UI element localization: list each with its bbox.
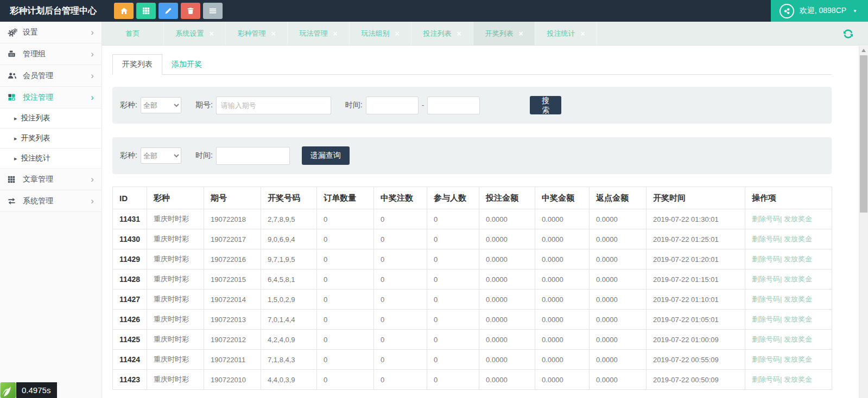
tab-item[interactable]: 系统设置× [164, 22, 226, 45]
grant-award-link[interactable]: 发放奖金 [784, 295, 812, 303]
chevron-right-icon: › [91, 196, 94, 206]
grant-award-link[interactable]: 发放奖金 [784, 275, 812, 283]
time-input-2[interactable] [216, 147, 290, 165]
tab-item[interactable]: 玩法组别× [350, 22, 411, 45]
tab-close-icon[interactable]: × [209, 30, 213, 37]
delete-number-link[interactable]: 删除号码| [752, 315, 782, 323]
vertical-scrollbar[interactable] [859, 46, 868, 398]
scrollbar-thumb[interactable] [860, 55, 867, 213]
data-cell: 190722015 [204, 269, 261, 290]
sidebar-subitem[interactable]: ▸开奖列表 [0, 129, 102, 149]
sidebar-subitem[interactable]: ▸投注统计 [0, 149, 102, 169]
sidebar-item[interactable]: 管理组› [0, 43, 102, 65]
sidebar-subitem[interactable]: ▸投注列表 [0, 108, 102, 129]
search-button[interactable]: 搜索 [530, 96, 561, 114]
content-tab[interactable]: 添加开奖 [162, 55, 211, 74]
delete-number-link[interactable]: 删除号码| [752, 355, 782, 363]
toolbar-pencil-button[interactable] [159, 3, 178, 19]
action-cell: 删除号码| 发放奖金 [745, 370, 832, 390]
data-cell: 0.0000 [479, 350, 535, 370]
tab-item[interactable]: 玩法管理× [288, 22, 350, 45]
tab-close-icon[interactable]: × [457, 30, 461, 37]
tab-item[interactable]: 彩种管理× [226, 22, 288, 45]
delete-number-link[interactable]: 删除号码| [752, 215, 782, 223]
grant-award-link[interactable]: 发放奖金 [784, 215, 812, 223]
data-cell: 0.0000 [479, 370, 535, 390]
grant-award-link[interactable]: 发放奖金 [784, 255, 812, 263]
tab-close-icon[interactable]: × [395, 30, 399, 37]
time-start-input[interactable] [366, 97, 419, 114]
action-cell: 删除号码| 发放奖金 [745, 229, 832, 249]
tab-item[interactable]: 投注统计× [535, 22, 597, 45]
grant-award-link[interactable]: 发放奖金 [784, 315, 812, 323]
toolbar-grid-button[interactable] [136, 3, 156, 19]
delete-number-link[interactable]: 删除号码| [752, 275, 782, 283]
table-row: 11426重庆时时彩1907220137,0,1,4,40000.00000.0… [113, 310, 832, 330]
lottery-select[interactable]: 全部 [141, 97, 181, 113]
tab-item[interactable]: 开奖列表× [473, 22, 535, 45]
pencil-icon [164, 7, 172, 15]
lottery-select-2[interactable]: 全部 [141, 147, 181, 164]
tab-close-icon[interactable]: × [518, 30, 523, 37]
column-header: 返点金额 [590, 187, 647, 209]
grant-award-link[interactable]: 发放奖金 [784, 335, 812, 343]
sidebar-item[interactable]: 文章管理› [0, 169, 102, 190]
data-cell: 0.0000 [590, 229, 647, 249]
toolbar-trash-button[interactable] [181, 3, 200, 19]
tab-close-icon[interactable]: × [580, 30, 585, 37]
tab-label: 玩法组别 [361, 29, 389, 38]
data-cell: 2019-07-22 01:10:01 [647, 290, 745, 310]
tab-close-icon[interactable]: × [333, 30, 337, 37]
data-cell: 0 [374, 209, 427, 229]
sidebar-subitem-label: 投注统计 [21, 153, 50, 163]
sidebar-item[interactable]: 投注管理› [0, 87, 102, 108]
time-end-input[interactable] [427, 97, 480, 114]
tab-item[interactable]: 投注列表× [411, 22, 473, 45]
gears-icon [8, 28, 21, 37]
data-cell: 重庆时时彩 [147, 350, 204, 370]
exchange-icon [8, 197, 21, 206]
sidebar-item[interactable]: 设置› [0, 22, 102, 43]
delete-number-link[interactable]: 删除号码| [752, 375, 782, 383]
data-cell: 0.0000 [590, 330, 647, 350]
tab-close-icon[interactable]: × [271, 30, 275, 37]
issue-input[interactable] [216, 97, 331, 114]
action-cell: 删除号码| 发放奖金 [745, 209, 832, 229]
triangle-bullet-icon: ▸ [14, 155, 17, 162]
delete-number-link[interactable]: 删除号码| [752, 255, 782, 263]
triangle-bullet-icon: ▸ [14, 135, 17, 142]
refresh-icon[interactable] [842, 28, 854, 41]
app-title: 彩种计划后台管理中心 [0, 5, 103, 17]
tab-item[interactable]: 首页 [102, 22, 164, 45]
toolbar-list-button[interactable] [203, 3, 223, 19]
delete-number-link[interactable]: 删除号码| [752, 295, 782, 303]
data-cell: 0.0000 [479, 229, 535, 249]
content-tab[interactable]: 开奖列表 [112, 54, 162, 75]
delete-number-link[interactable]: 删除号码| [752, 335, 782, 343]
grant-award-link[interactable]: 发放奖金 [784, 235, 812, 243]
column-header: 开奖时间 [647, 187, 745, 209]
chevron-right-icon: › [91, 175, 94, 184]
scroll-up-arrow-icon[interactable] [861, 49, 866, 52]
table-row: 11428重庆时时彩1907220156,4,5,8,10000.00000.0… [113, 269, 832, 290]
grant-award-link[interactable]: 发放奖金 [784, 355, 812, 363]
column-header: 中奖金额 [535, 187, 590, 209]
omission-query-button[interactable]: 遗漏查询 [302, 146, 350, 165]
sidebar-item[interactable]: 系统管理› [0, 190, 102, 212]
sidebar-subitem-label: 投注列表 [21, 113, 50, 123]
action-cell: 删除号码| 发放奖金 [745, 350, 832, 370]
id-cell: 11428 [113, 269, 147, 290]
grant-award-link[interactable]: 发放奖金 [784, 375, 812, 383]
time-label-2: 时间: [195, 151, 213, 161]
data-cell: 190722014 [204, 290, 261, 310]
sidebar-item[interactable]: 会员管理› [0, 65, 102, 87]
toolbar-home-button[interactable] [114, 3, 134, 19]
data-cell: 0.0000 [535, 229, 590, 249]
data-cell: 0 [317, 269, 374, 290]
data-cell: 190722016 [204, 249, 261, 269]
sidebar-menu: 设置›管理组›会员管理›投注管理›▸投注列表▸开奖列表▸投注统计文章管理›系统管… [0, 22, 102, 212]
blocks-icon [8, 93, 21, 101]
delete-number-link[interactable]: 删除号码| [752, 235, 782, 243]
user-menu[interactable]: 欢迎, 0898CP ▼ [771, 0, 868, 22]
draw-results-table: ID彩种期号开奖号码订单数量中奖注数参与人数投注金额中奖金额返点金额开奖时间操作… [112, 187, 832, 390]
